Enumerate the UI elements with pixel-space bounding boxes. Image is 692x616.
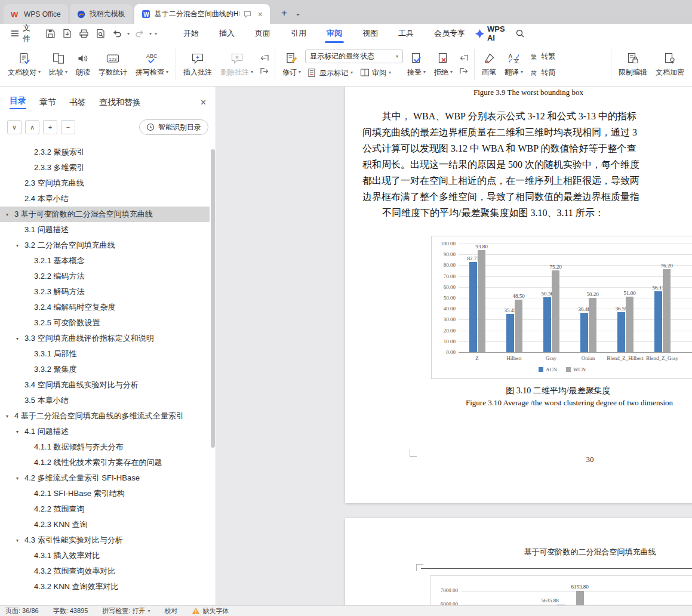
print-preview-icon[interactable] [93,26,108,41]
toc-item[interactable]: 4.2.2 范围查询 [0,501,210,517]
menu-tab-会员专享[interactable]: 会员专享 [424,24,475,43]
toc-item[interactable]: 3.2.5 可变阶数设置 [0,315,210,331]
smart-toc-button[interactable]: 智能识别目录 [139,119,208,135]
tab-chapters[interactable]: 章节 [39,97,56,108]
proofing-indicator[interactable]: 校对 [164,606,177,615]
collapse-arrow-icon[interactable]: ▾ [6,414,14,419]
track-changes-button[interactable]: 修订▾ [278,46,305,83]
ink-brush-button[interactable]: 画笔 [478,46,500,83]
menu-tab-页面[interactable]: 页面 [245,24,281,43]
show-markup-button[interactable]: 显示标记 ▾ [305,66,355,79]
toc-item[interactable]: 3.3.2 聚集度 [0,362,210,377]
figure-chart-2[interactable]: 7000.00 6000.00 6153.80 5635.88 [430,575,692,605]
collapse-arrow-icon[interactable]: ▾ [16,476,24,481]
to-simplified-button[interactable]: 简 转简 [527,66,558,79]
toc-item[interactable]: ▾4 基于二分混合空间填充曲线的多维流式全量索引 [0,408,210,424]
toc-item[interactable]: 4.2.3 KNN 查询 [0,517,210,532]
tab-contents[interactable]: 目录 [10,96,26,109]
undo-icon[interactable] [110,26,125,41]
toc-item[interactable]: 3.2.4 编解码时空复杂度 [0,300,210,315]
toc-item[interactable]: 3.2.3 解码方法 [0,284,210,300]
collapse-arrow-icon[interactable]: ▾ [16,243,24,248]
menu-tab-插入[interactable]: 插入 [209,24,245,43]
toolbar-more-icon[interactable]: ▾ [154,31,158,36]
save-icon[interactable] [43,26,58,41]
restrict-edit-button[interactable]: 限制编辑 [614,46,651,83]
menu-tab-引用[interactable]: 引用 [281,24,316,43]
page-indicator[interactable]: 页面: 36/86 [5,606,39,615]
undo-dropdown-icon[interactable]: ▾ [127,31,130,36]
zoom-out-button[interactable]: − [61,120,75,134]
menu-tab-审阅[interactable]: 审阅 [316,24,352,43]
expand-all-button[interactable]: ∨ [7,120,21,134]
collapse-arrow-icon[interactable]: ▾ [16,336,24,341]
next-comment-icon[interactable] [257,66,272,76]
tab-find-replace[interactable]: 查找和替换 [99,97,141,108]
collapse-all-button[interactable]: ∧ [25,120,39,134]
word-count-button[interactable]: 123 字数统计 [94,46,131,83]
collapse-arrow-icon[interactable]: ▾ [6,212,14,217]
figure-chart-1[interactable]: 0.0010.0020.0030.0040.0050.0060.0070.008… [431,236,692,379]
tab-list-dropdown-icon[interactable]: ⌄ [292,6,304,20]
file-menu-button[interactable]: 文件 [6,24,39,43]
toc-item[interactable]: 4.3.1 插入效率对比 [0,548,210,563]
toc-item[interactable]: 4.1.2 线性化技术索引方案存在的问题 [0,455,210,470]
accept-button[interactable]: 接受▾ [403,46,430,83]
toc-item[interactable]: 3.2.2 编码方法 [0,269,210,284]
to-traditional-button[interactable]: 繁 转繁 [527,50,558,63]
toc-item[interactable]: 4.1.1 数据倾斜与齐夫分布 [0,439,210,455]
markup-state-combobox[interactable]: 显示标记的最终状态 ▾ [305,50,403,63]
toc-item[interactable]: 2.4 本章小结 [0,191,210,207]
toc-item[interactable]: 4.3.2 范围查询效率对比 [0,563,210,579]
tab-current-document[interactable]: W 基于二分混合空间曲线的HBas × [134,4,270,24]
tab-wps-office[interactable]: W WPS Office [4,4,68,24]
reject-button[interactable]: 拒绝▾ [430,46,457,83]
toc-item[interactable]: 3.2.1 基本概念 [0,253,210,269]
export-pdf-icon[interactable] [60,26,75,41]
redo-icon[interactable] [132,26,147,41]
insert-comment-button[interactable]: 插入批注 [179,46,216,83]
tab-docer-template[interactable]: 找稻壳模板 [70,4,133,24]
redo-dropdown-icon[interactable]: ▾ [149,31,152,36]
menu-tab-开始[interactable]: 开始 [173,24,209,43]
toc-item[interactable]: 3.5 本章小结 [0,393,210,408]
previous-revision-icon[interactable] [457,53,471,63]
toc-item[interactable]: 2.3.2 聚簇索引 [0,144,210,160]
toc-item[interactable]: 2.3.3 多维索引 [0,160,210,175]
word-count-indicator[interactable]: 字数: 43895 [53,606,88,615]
toc-item[interactable]: ▾4.1 问题描述 [0,424,210,439]
collapse-arrow-icon[interactable]: ▾ [16,538,24,543]
close-panel-icon[interactable]: × [201,97,206,108]
menu-tab-视图[interactable]: 视图 [352,24,388,43]
zoom-in-button[interactable]: + [43,120,57,134]
toc-item[interactable]: 3.1 问题描述 [0,222,210,238]
doc-proof-button[interactable]: 文档校对▾ [4,46,45,83]
tab-bookmarks[interactable]: 书签 [69,97,86,108]
toc-item[interactable]: 3.4 空间填充曲线实验对比与分析 [0,377,210,393]
menu-tab-工具[interactable]: 工具 [388,24,424,43]
encrypt-button[interactable]: 文档加密 [651,46,688,83]
print-icon[interactable] [76,26,91,41]
toc-item[interactable]: 4.3.2 KNN 查询效率对比 [0,579,210,595]
tab-close-icon[interactable]: × [258,10,263,19]
missing-font-warning[interactable]: 缺失字体 [192,606,229,615]
toc-item[interactable]: 4.2.1 SFI-HBase 索引结构 [0,486,210,501]
read-aloud-button[interactable]: 朗读 [72,46,94,83]
next-revision-icon[interactable] [457,66,471,76]
review-pane-button[interactable]: 审阅 ▾ [358,66,393,79]
toc-item[interactable]: 3.3.1 局部性 [0,346,210,362]
new-tab-button[interactable]: + [276,6,292,20]
compare-button[interactable]: 比较▾ [45,46,72,83]
spell-check-button[interactable]: ABC 拼写检查▾ [131,46,173,83]
toc-item[interactable]: ▾4.2 多维流式全量索引 SFI-HBase [0,470,210,486]
document-area[interactable]: Figure 3.9 The worst bounding box 其中， WB… [217,87,692,605]
spellcheck-indicator[interactable]: 拼写检查: 打开 ▾ [102,606,150,615]
toc-item[interactable]: ▾3 基于可变阶数的二分混合空间填充曲线 [0,207,210,222]
toc-item[interactable]: ▾4.3 索引性能实验对比与分析 [0,532,210,548]
translate-button[interactable]: A文 翻译▾ [500,46,527,83]
wps-ai-button[interactable]: WPS AI [475,24,507,42]
toc-item[interactable]: ▾3.2 二分混合空间填充曲线 [0,238,210,253]
previous-comment-icon[interactable] [257,53,272,63]
search-icon[interactable] [515,29,525,38]
delete-comment-button[interactable]: 删除批注▾ [216,46,257,83]
